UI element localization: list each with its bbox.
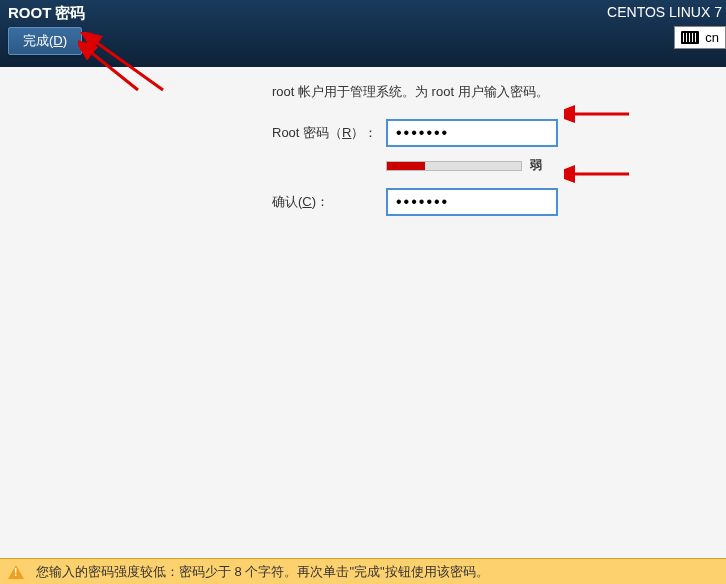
description-text: root 帐户用于管理系统。为 root 用户输入密码。 [272,83,718,101]
strength-text: 弱 [530,157,542,174]
root-password-input[interactable] [386,119,558,147]
confirm-password-label: 确认(C)： [272,193,386,211]
done-button[interactable]: 完成(D) [8,27,82,55]
strength-row: 弱 [386,157,718,174]
keyboard-layout-button[interactable]: cn [674,26,726,49]
warning-icon [8,565,24,579]
distro-label: CENTOS LINUX 7 [607,4,726,20]
warning-bar: 您输入的密码强度较低：密码少于 8 个字符。再次单击"完成"按钮使用该密码。 [0,558,726,584]
content-area: root 帐户用于管理系统。为 root 用户输入密码。 Root 密码（R）：… [0,67,726,216]
warning-text: 您输入的密码强度较低：密码少于 8 个字符。再次单击"完成"按钮使用该密码。 [36,563,489,581]
password-strength-meter [386,161,522,171]
confirm-password-input[interactable] [386,188,558,216]
keyboard-icon [681,31,699,44]
root-password-label: Root 密码（R）： [272,124,386,142]
keyboard-layout-label: cn [705,30,719,45]
header-bar: ROOT 密码 完成(D) CENTOS LINUX 7 cn [0,0,726,67]
strength-fill [387,162,425,170]
root-password-row: Root 密码（R）： [272,119,718,147]
header-right: CENTOS LINUX 7 cn [607,4,726,49]
confirm-password-row: 确认(C)： [272,188,718,216]
